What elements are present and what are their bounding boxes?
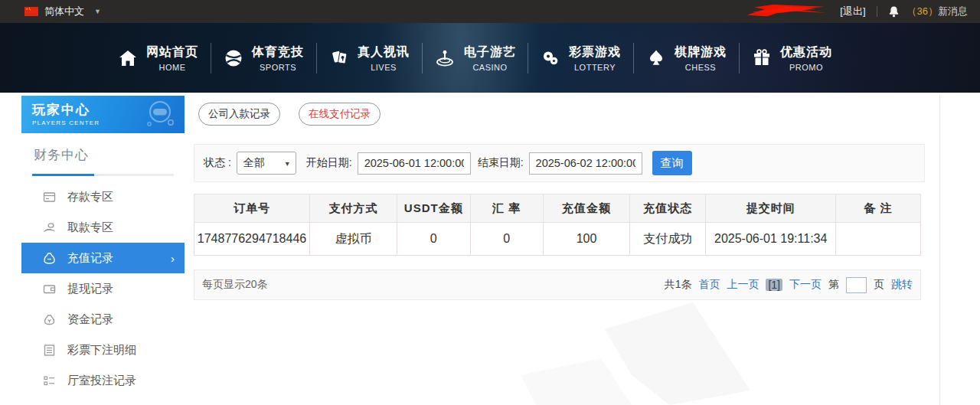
nav-label-en: CASINO xyxy=(472,63,507,72)
home-icon xyxy=(118,49,138,67)
chevron-down-icon: ▼ xyxy=(94,8,101,15)
nav-label-en: PROMO xyxy=(789,63,823,72)
nav-label-zh: 棋牌游戏 xyxy=(675,44,727,60)
language-selector[interactable]: 简体中文 ▼ xyxy=(24,5,101,18)
filter-bar: 状态 : 全部 ▾ 开始日期: 结束日期: 查询 xyxy=(194,144,925,182)
sidebar-item-hall-bet-record[interactable]: 厅室投注记录 xyxy=(21,365,185,396)
sidebar-item-player-bet-report[interactable]: 玩家投注报表 xyxy=(21,396,185,405)
section-underline xyxy=(32,174,174,176)
main-content: 公司入款记录 在线支付记录 状态 : 全部 ▾ 开始日期: 结束日期: 查询 订… xyxy=(194,96,925,300)
nav-label-zh: 体育竞技 xyxy=(252,44,304,60)
col-payment-method: 支付方式 xyxy=(309,194,397,223)
sidebar-item-label: 提现记录 xyxy=(67,282,113,296)
sidebar-item-withdraw[interactable]: 取款专区 xyxy=(21,212,185,243)
casino-icon xyxy=(434,48,456,68)
start-date-label: 开始日期: xyxy=(306,156,352,170)
cell-recharge-amount: 100 xyxy=(543,223,630,256)
cell-remark xyxy=(836,223,921,256)
col-remark: 备 注 xyxy=(836,194,921,223)
col-submit-time: 提交时间 xyxy=(706,194,836,223)
sidebar-item-lottery-bet-detail[interactable]: 彩票下注明细 xyxy=(21,335,185,365)
cell-order-id: 1748776294718446 xyxy=(194,223,310,256)
chevron-right-icon: › xyxy=(171,252,175,265)
sidebar-item-label: 厅室投注记录 xyxy=(67,374,136,388)
nav-item-home[interactable]: 网站首页 HOME xyxy=(106,44,211,72)
sidebar-item-deposit[interactable]: 存款专区 xyxy=(21,181,185,212)
prev-page-link[interactable]: 上一页 xyxy=(727,278,759,292)
col-exchange-rate: 汇 率 xyxy=(470,194,543,223)
jump-suffix-label: 页 xyxy=(874,278,884,292)
cell-submit-time: 2025-06-01 19:11:34 xyxy=(706,223,836,256)
sports-icon xyxy=(224,48,243,68)
tab-online-payment-record[interactable]: 在线支付记录 xyxy=(299,103,381,126)
funds-icon xyxy=(43,313,56,326)
status-select[interactable]: 全部 ▾ xyxy=(237,152,296,175)
cell-payment-method: 虚拟币 xyxy=(309,223,397,256)
col-recharge-amount: 充值金额 xyxy=(543,194,630,223)
nav-label-zh: 优惠活动 xyxy=(780,44,832,60)
nav-item-lottery[interactable]: 彩票游戏 LOTTERY xyxy=(528,44,633,72)
current-page-indicator: [1] xyxy=(766,279,782,291)
lottery-detail-icon xyxy=(43,344,56,357)
page-number-input[interactable] xyxy=(846,277,867,293)
lottery-icon xyxy=(541,48,560,68)
china-flag-icon xyxy=(24,7,38,16)
nav-item-promo[interactable]: 优惠活动 PROMO xyxy=(740,44,844,72)
language-label: 简体中文 xyxy=(44,5,84,18)
first-page-link[interactable]: 首页 xyxy=(698,278,720,292)
nav-item-lives[interactable]: 真人视讯 LIVES xyxy=(317,44,422,72)
message-label[interactable]: 新消息 xyxy=(938,5,968,17)
nav-label-en: SPORTS xyxy=(260,63,296,72)
start-date-input[interactable] xyxy=(358,152,471,175)
sidebar-item-label: 充值记录 xyxy=(67,251,113,266)
nav-label-zh: 真人视讯 xyxy=(358,44,410,60)
chevron-down-icon: ▾ xyxy=(286,159,289,168)
main-nav: 网站首页 HOME 体育竞技 SPORTS 真人视讯 LIVES xyxy=(0,23,980,93)
sidebar-item-label: 存款专区 xyxy=(67,190,113,204)
sidebar-item-label: 取款专区 xyxy=(67,220,113,235)
nav-label-zh: 彩票游戏 xyxy=(569,44,621,60)
table-row: 1748776294718446 虚拟币 0 0 100 支付成功 2025-0… xyxy=(194,223,921,256)
withdrawal-record-icon xyxy=(43,283,56,296)
topbar: 简体中文 ▼ [退出] （36）新消息 xyxy=(0,0,980,23)
nav-label-en: LIVES xyxy=(371,63,397,72)
nav-label-zh: 网站首页 xyxy=(146,44,198,60)
sidebar-item-label: 彩票下注明细 xyxy=(67,343,136,358)
recharge-icon xyxy=(43,252,56,265)
nav-label-en: LOTTERY xyxy=(574,63,616,72)
cell-exchange-rate: 0 xyxy=(470,223,543,256)
col-usdt-amount: USDT金额 xyxy=(397,194,470,223)
end-date-label: 结束日期: xyxy=(478,156,524,170)
content-right-border xyxy=(939,95,940,405)
bell-icon[interactable] xyxy=(888,5,900,18)
chess-icon xyxy=(646,48,666,68)
sidebar-item-funds-record[interactable]: 资金记录 xyxy=(21,304,185,335)
sidebar-menu: 存款专区 取款专区 充值记录 › 提现记录 xyxy=(21,181,185,405)
nav-item-casino[interactable]: 电子游艺 CASINO xyxy=(423,44,528,72)
table-header-row: 订单号 支付方式 USDT金额 汇 率 充值金额 充值状态 提交时间 备 注 xyxy=(194,194,921,223)
record-tabs: 公司入款记录 在线支付记录 xyxy=(198,103,925,126)
logout-link[interactable]: [退出] xyxy=(840,5,865,18)
query-button[interactable]: 查询 xyxy=(652,151,692,175)
sidebar: 玩家中心 PLAYERS CENTER 财务中心 存款专区 xyxy=(21,96,185,405)
col-order-id: 订单号 xyxy=(194,194,310,223)
nav-item-chess[interactable]: 棋牌游戏 CHESS xyxy=(634,44,739,72)
sidebar-item-recharge-record[interactable]: 充值记录 › xyxy=(21,243,185,273)
jump-link[interactable]: 跳转 xyxy=(891,278,913,292)
redaction-scribble xyxy=(744,4,832,19)
status-label: 状态 : xyxy=(204,156,231,170)
nav-label-en: CHESS xyxy=(685,63,716,72)
withdraw-icon xyxy=(43,221,56,234)
sidebar-header: 玩家中心 PLAYERS CENTER xyxy=(21,96,185,133)
tab-company-deposit-record[interactable]: 公司入款记录 xyxy=(198,103,280,126)
sidebar-section: 财务中心 xyxy=(32,143,174,176)
nav-item-sports[interactable]: 体育竞技 SPORTS xyxy=(211,44,316,72)
page-size-label: 每页显示20条 xyxy=(202,278,268,292)
end-date-input[interactable] xyxy=(529,152,642,175)
cell-recharge-status: 支付成功 xyxy=(630,223,706,256)
next-page-link[interactable]: 下一页 xyxy=(789,278,822,292)
gamepad-icon xyxy=(142,100,177,130)
sidebar-item-withdrawal-record[interactable]: 提现记录 xyxy=(21,273,185,304)
pagination-bar: 每页显示20条 共1条 首页 上一页 [1] 下一页 第 页 跳转 xyxy=(194,269,921,300)
nav-label-en: HOME xyxy=(159,63,186,72)
